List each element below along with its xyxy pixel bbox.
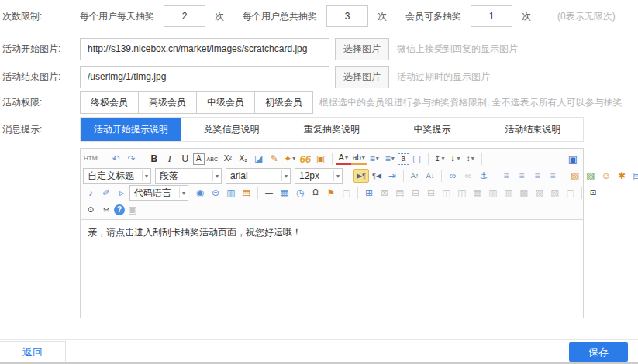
daily-draw-count-input[interactable] <box>164 5 205 27</box>
direction-ltr-icon[interactable]: ▶¶ <box>353 169 369 183</box>
chevron-down-icon: ▾ <box>281 170 288 181</box>
preview-icon[interactable]: ▣ <box>565 152 581 166</box>
ordered-list-icon[interactable]: ≡▾ <box>367 152 382 166</box>
template-icon[interactable]: ▥ <box>223 186 239 200</box>
snapshot-icon[interactable]: ▤ <box>239 186 254 200</box>
paragraph-spacing-bottom-icon[interactable]: ↧▾ <box>447 152 463 166</box>
member-option-junior[interactable]: 初级会员 <box>255 91 313 114</box>
paragraph-format-select[interactable]: 段落▾ <box>155 168 222 184</box>
emoji-icon[interactable]: ☺ <box>598 169 614 183</box>
search-icon[interactable]: ⊙ <box>83 203 98 217</box>
format-brush-icon[interactable]: ✎ <box>267 152 282 166</box>
choose-start-image-button[interactable]: 选择图片 <box>335 38 389 60</box>
eraser-icon[interactable]: ◪ <box>251 152 267 166</box>
help-icon[interactable]: ? <box>114 204 125 215</box>
font-size-down-icon[interactable]: A↓ <box>422 169 438 183</box>
unordered-list-icon[interactable]: ≡▾ <box>382 152 398 166</box>
editor-toolbar: HTML↶↷BIUAABCX²X₂◪✎✦▾66▣A▾ab▾≡▾≡▾a▢↥▾↧▾↕… <box>81 149 583 220</box>
insert-table-icon[interactable]: ⊞ <box>361 186 377 200</box>
tab-redeem-info[interactable]: 兑奖信息说明 <box>181 118 282 141</box>
paste-icon: ▣ <box>125 203 140 217</box>
line-height-icon[interactable]: ↕▾ <box>463 152 478 166</box>
clear-doc-icon[interactable]: ▢ <box>409 152 425 166</box>
end-image-url-input[interactable] <box>80 66 329 88</box>
char-border-icon[interactable]: A <box>193 153 205 165</box>
paste-text-icon[interactable]: ▣ <box>313 152 329 166</box>
insert-music-icon[interactable]: ♪ <box>83 186 98 200</box>
member-extra-draw-count-input[interactable] <box>471 5 512 27</box>
chevron-down-icon: ▾ <box>212 170 219 181</box>
code-language-select[interactable]: 代码语言▾ <box>129 185 188 201</box>
split-cell-icon: ▩ <box>516 186 532 200</box>
align-center-icon[interactable]: ≡ <box>514 169 529 183</box>
link-icon[interactable]: ∞ <box>445 169 460 183</box>
baidu-map-icon[interactable]: ⚑ <box>323 186 339 200</box>
back-button[interactable]: 返回 <box>0 341 66 363</box>
save-button[interactable]: 保存 <box>569 342 628 362</box>
insert-video-icon[interactable]: ▤ <box>629 169 638 183</box>
page-break-icon[interactable]: ⊜ <box>208 186 223 200</box>
google-map-icon: ▢ <box>339 186 354 200</box>
remote-image-icon[interactable]: ▧ <box>583 169 598 183</box>
scrawl-icon[interactable]: ✱ <box>614 169 629 183</box>
paragraph-spacing-top-icon[interactable]: ↥▾ <box>432 152 447 166</box>
member-option-senior[interactable]: 高级会员 <box>139 91 197 114</box>
tab-repeat-draw[interactable]: 重复抽奖说明 <box>281 118 382 141</box>
bold-icon[interactable]: B <box>147 152 162 166</box>
subscript-icon[interactable]: X₂ <box>236 152 251 166</box>
superscript-icon[interactable]: X² <box>220 152 236 166</box>
font-size-up-icon[interactable]: A↑ <box>407 169 422 183</box>
tab-activity-start-tip[interactable]: 活动开始提示说明 <box>81 118 181 141</box>
insert-media-icon[interactable]: ▹ <box>114 186 129 200</box>
chevron-down-icon: ▾ <box>362 155 365 161</box>
insert-code-icon[interactable]: ◉ <box>192 186 208 200</box>
undo-icon[interactable]: ↶ <box>109 152 124 166</box>
member-option-ultimate[interactable]: 终极会员 <box>80 91 139 114</box>
direction-rtl-icon[interactable]: ¶◀ <box>369 169 385 183</box>
chevron-down-icon: ▾ <box>471 156 474 162</box>
find-replace-icon[interactable]: ∺ <box>98 203 114 217</box>
strikethrough-icon[interactable]: ABC <box>205 152 220 166</box>
toolbar-separator <box>564 170 564 182</box>
font-color-icon[interactable]: A▾ <box>336 153 351 165</box>
insert-date-icon[interactable]: ▦ <box>277 186 292 200</box>
anchor-icon[interactable]: ⚓ <box>476 169 491 183</box>
font-size-select[interactable]: 12px▾ <box>295 168 343 184</box>
align-justify-icon[interactable]: ≡ <box>545 169 560 183</box>
font-family-select[interactable]: arial▾ <box>226 168 291 184</box>
indent-icon[interactable]: ⇥ <box>385 169 400 183</box>
print-icon[interactable]: ⊡ <box>585 186 601 200</box>
redo-icon[interactable]: ↷ <box>124 152 140 166</box>
insert-image-icon[interactable]: ▧ <box>567 169 583 183</box>
select-all-icon[interactable]: a <box>398 153 409 165</box>
activity-end-image-row: 活动结束图片: 选择图片 活动过期时的显示图片 <box>0 65 638 88</box>
editor-content[interactable]: 亲，请点击进入刮刮卡抽奖活动页面，祝您好运哦！ <box>81 220 583 318</box>
member-group: 终极会员高级会员中级会员初级会员 <box>80 91 313 114</box>
toolbar-separator <box>441 170 442 182</box>
tab-activity-end[interactable]: 活动结束说明 <box>482 118 583 141</box>
special-char-icon[interactable]: Ω <box>308 186 323 200</box>
italic-icon[interactable]: I <box>162 152 178 166</box>
member-option-middle[interactable]: 中级会员 <box>197 91 255 114</box>
background-color-icon[interactable]: ab▾ <box>351 153 367 165</box>
custom-title-select[interactable]: 自定义标题▾ <box>83 168 151 184</box>
autotypeset-icon[interactable]: ✦▾ <box>282 152 298 166</box>
attachment-icon[interactable]: ✐ <box>98 186 114 200</box>
count-field-label: 每个用户总共抽奖 <box>243 10 317 23</box>
align-right-icon[interactable]: ≡ <box>529 169 545 183</box>
count-field-suffix: 次 <box>378 10 387 23</box>
align-left-icon[interactable]: ≡ <box>498 169 514 183</box>
horizontal-rule-icon[interactable]: — <box>261 186 277 200</box>
count-limit-label: 次数限制: <box>0 10 80 23</box>
source-code-icon[interactable]: HTML <box>83 152 102 166</box>
underline-icon[interactable]: U <box>178 152 193 166</box>
total-draw-count-input[interactable] <box>326 5 368 27</box>
blockquote-icon[interactable]: 66 <box>298 152 313 166</box>
select-value: 段落 <box>160 170 178 183</box>
tab-win-tip[interactable]: 中奖提示 <box>382 118 483 141</box>
unlink-icon: ∞ <box>460 169 476 183</box>
start-image-url-input[interactable] <box>80 38 329 60</box>
insert-time-icon[interactable]: ◷ <box>292 186 308 200</box>
choose-end-image-button[interactable]: 选择图片 <box>335 66 389 88</box>
chevron-down-icon: ▾ <box>376 156 379 162</box>
